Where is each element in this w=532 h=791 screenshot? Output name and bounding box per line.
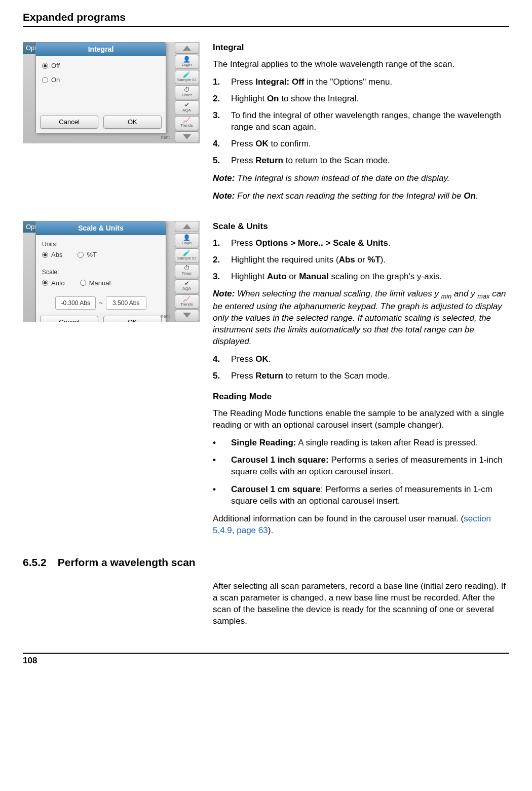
section-heading: 6.5.2 Perform a wavelength scan [23,555,509,570]
login-button[interactable]: 👤Login [175,233,199,247]
radio-on[interactable]: On [42,76,160,85]
radio-off[interactable]: Off [42,61,160,70]
screenshot-scale: Options Scale & Units Units: Abs %T Scal… [23,221,200,322]
ok-button[interactable]: OK [103,316,162,322]
scale-dialog: Scale & Units Units: Abs %T Scale: Auto … [35,221,166,322]
radio-icon [42,252,48,258]
arrow-up-icon[interactable] [175,42,199,54]
timer-button[interactable]: ⏱Timer [175,85,199,99]
timer-button[interactable]: ⏱Timer [175,264,199,278]
integral-heading: Integral [213,42,509,54]
reading-intro: The Reading Mode functions enable the sa… [213,408,509,431]
header-rule [23,26,509,27]
scale-step-4: 4.Press OK. [213,354,509,365]
aqa-button[interactable]: ✔AQA [175,279,199,293]
radio-pt[interactable]: %T [78,250,97,259]
step-1: 1.Press Integral: Off in the "Options" m… [213,77,509,88]
scale-note: Note: When selecting the manual scaling,… [213,288,509,347]
min-value-box[interactable]: -0.300 Abs [55,296,96,310]
note-2: Note: For the next scan reading the sett… [213,191,509,202]
background-text: nent [161,134,170,140]
page-number: 108 [23,655,509,667]
integral-intro: The Integral applies to the whole wavele… [213,59,509,70]
arrow-down-icon[interactable] [175,131,199,143]
trends-button[interactable]: 📈Trends [175,294,199,309]
bullet-carousel-cm: •Carousel 1 cm square: Performs a series… [213,484,509,507]
step-5: 5.Press Return to return to the Scan mod… [213,155,509,167]
step-4: 4.Press OK to confirm. [213,138,509,150]
reading-heading: Reading Mode [213,391,509,403]
note-1: Note: The Integral is shown instead of t… [213,173,509,184]
section-title: Perform a wavelength scan [58,555,196,570]
radio-icon [78,252,84,258]
max-value-box[interactable]: 3.500 Abs [106,296,146,310]
dialog-title: Integral [36,43,166,56]
scale-step-2: 2.Highlight the required units (Abs or %… [213,254,509,266]
dialog-sidebar: 👤Login 🧪Sample ID ⏱Timer ✔AQA 📈Trends [173,42,200,143]
screenshot-integral: Options Integral Off On [23,42,200,143]
bullet-carousel-inch: •Carousel 1 inch square: Performs a seri… [213,455,509,478]
radio-manual[interactable]: Manual [80,279,111,288]
dialog-title: Scale & Units [36,221,166,235]
integral-dialog: Integral Off On Cancel [35,42,166,133]
row-scale: Options Scale & Units Units: Abs %T Scal… [23,221,509,543]
cancel-button[interactable]: Cancel [40,116,98,129]
radio-icon [42,63,48,69]
radio-auto[interactable]: Auto [42,279,65,288]
background-text: nent [161,313,170,319]
scale-label: Scale: [42,268,160,276]
additional-info: Additional information can be found in t… [213,513,509,537]
aqa-button[interactable]: ✔AQA [175,100,199,115]
row-integral: Options Integral Off On [23,42,509,208]
login-button[interactable]: 👤Login [175,55,199,69]
radio-icon [42,77,48,83]
dialog-sidebar: 👤Login 🧪Sample ID ⏱Timer ✔AQA 📈Trends [173,221,200,322]
step-2: 2.Highlight On to show the Integral. [213,93,509,105]
footer-rule [23,653,509,654]
cancel-button[interactable]: Cancel [40,316,98,322]
bullet-single-reading: •Single Reading: A single reading is tak… [213,437,509,449]
tilde: ~ [99,298,103,308]
sampleid-button[interactable]: 🧪Sample ID [175,248,199,262]
step-3: 3.To find the integral of other waveleng… [213,110,509,133]
sampleid-button[interactable]: 🧪Sample ID [175,70,199,84]
page-header: Expanded programs [23,10,509,24]
radio-abs[interactable]: Abs [42,250,62,259]
scale-step-3: 3.Highlight Auto or Manual scaling on th… [213,271,509,283]
section-number: 6.5.2 [23,555,47,570]
radio-icon [42,280,48,286]
units-label: Units: [42,240,160,248]
scale-step-1: 1.Press Options > More.. > Scale & Units… [213,238,509,249]
ok-button[interactable]: OK [103,116,162,129]
arrow-down-icon[interactable] [175,310,199,321]
section-para: After selecting all scan parameters, rec… [213,581,509,627]
arrow-up-icon[interactable] [175,221,199,233]
radio-icon [80,280,86,286]
scale-heading: Scale & Units [213,221,509,233]
scale-step-5: 5.Press Return to return to the Scan mod… [213,370,509,382]
trends-button[interactable]: 📈Trends [175,116,199,130]
